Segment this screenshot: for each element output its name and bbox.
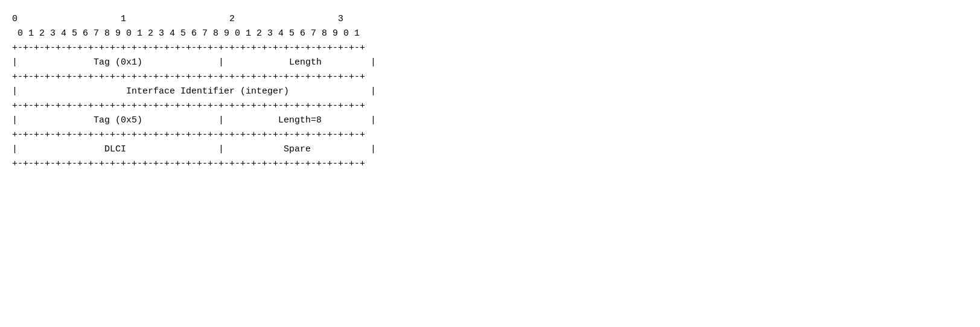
row-interface-identifier: | Interface Identifier (integer) | — [12, 84, 968, 99]
row-dlci-spare: | DLCI | Spare | — [12, 142, 968, 157]
separator-1: +-+-+-+-+-+-+-+-+-+-+-+-+-+-+-+-+-+-+-+-… — [12, 41, 968, 56]
separator-2: +-+-+-+-+-+-+-+-+-+-+-+-+-+-+-+-+-+-+-+-… — [12, 70, 968, 84]
bit-numbers: 0 1 2 3 4 5 6 7 8 9 0 1 2 3 4 5 6 7 8 9 … — [12, 27, 968, 41]
separator-3: +-+-+-+-+-+-+-+-+-+-+-+-+-+-+-+-+-+-+-+-… — [12, 99, 968, 113]
row-tag-length: | Tag (0x1) | Length | — [12, 56, 968, 70]
bit-ruler-top: 0 1 2 3 — [12, 12, 968, 27]
row-tag5-length8: | Tag (0x5) | Length=8 | — [12, 113, 968, 128]
separator-5: +-+-+-+-+-+-+-+-+-+-+-+-+-+-+-+-+-+-+-+-… — [12, 157, 968, 171]
separator-4: +-+-+-+-+-+-+-+-+-+-+-+-+-+-+-+-+-+-+-+-… — [12, 128, 968, 142]
bit-diagram: 0 1 2 3 0 1 2 3 4 5 6 7 8 9 0 1 2 3 4 5 … — [12, 6, 968, 177]
